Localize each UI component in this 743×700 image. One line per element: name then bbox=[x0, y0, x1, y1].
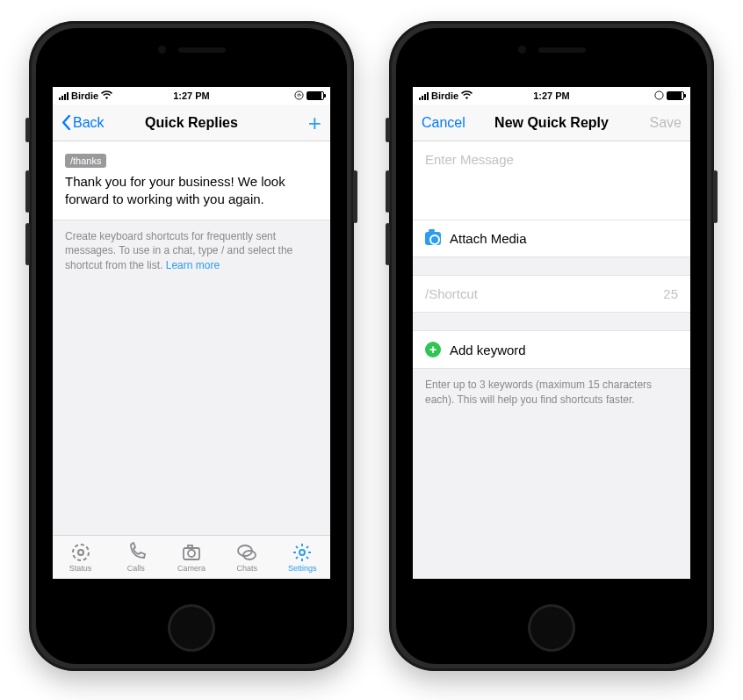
phone-left: Birdie 1:27 PM Back Quick Replies + bbox=[29, 21, 354, 671]
status-bar: Birdie 1:27 PM bbox=[53, 87, 330, 105]
phone-right: Birdie 1:27 PM Cancel New Quick Reply Sa… bbox=[389, 21, 714, 671]
tab-bar: Status Calls Camera Chats Settings bbox=[53, 535, 330, 579]
shortcut-input[interactable]: /Shortcut 25 bbox=[413, 275, 690, 313]
shortcut-limit: 25 bbox=[663, 286, 678, 301]
add-icon: + bbox=[425, 342, 441, 357]
navbar: Back Quick Replies + bbox=[53, 105, 330, 141]
status-bar: Birdie 1:27 PM bbox=[413, 87, 690, 105]
navbar: Cancel New Quick Reply Save bbox=[413, 105, 690, 141]
signal-icon bbox=[419, 92, 429, 100]
keyword-hint: Enter up to 3 keywords (maximum 15 chara… bbox=[413, 369, 690, 416]
battery-icon bbox=[667, 91, 684, 100]
plus-icon: + bbox=[308, 112, 321, 134]
shortcut-placeholder: /Shortcut bbox=[425, 286, 478, 301]
tab-camera[interactable]: Camera bbox=[163, 542, 219, 573]
add-button[interactable]: + bbox=[308, 112, 321, 134]
back-label: Back bbox=[73, 115, 105, 131]
attach-label: Attach Media bbox=[450, 231, 527, 246]
camera-icon bbox=[425, 232, 441, 245]
save-button[interactable]: Save bbox=[650, 115, 682, 131]
add-keyword-label: Add keyword bbox=[450, 343, 526, 357]
carrier-label: Birdie bbox=[71, 90, 98, 101]
carrier-label: Birdie bbox=[431, 90, 458, 101]
svg-rect-5 bbox=[188, 545, 192, 548]
attach-media-row[interactable]: Attach Media bbox=[413, 220, 690, 257]
svg-point-1 bbox=[73, 545, 89, 560]
tab-chats[interactable]: Chats bbox=[220, 542, 275, 573]
quick-reply-item[interactable]: /thanks Thank you for your business! We … bbox=[53, 141, 330, 220]
message-input[interactable]: Enter Message bbox=[413, 141, 690, 220]
home-button[interactable] bbox=[168, 604, 215, 652]
gear-icon bbox=[292, 542, 313, 563]
hint-text: Create keyboard shortcuts for frequently… bbox=[53, 220, 330, 282]
add-keyword-row[interactable]: + Add keyword bbox=[413, 330, 690, 369]
tab-calls[interactable]: Calls bbox=[108, 542, 163, 573]
signal-icon bbox=[59, 92, 69, 100]
orientation-lock-icon bbox=[654, 90, 664, 102]
back-button[interactable]: Back bbox=[61, 115, 105, 131]
shortcut-badge: /thanks bbox=[65, 154, 106, 168]
phone-icon bbox=[126, 542, 147, 563]
camera-icon bbox=[181, 542, 202, 563]
svg-point-4 bbox=[188, 550, 195, 557]
message-placeholder: Enter Message bbox=[425, 152, 514, 167]
svg-point-8 bbox=[299, 550, 305, 555]
svg-point-9 bbox=[655, 90, 663, 98]
wifi-icon bbox=[101, 90, 112, 101]
svg-point-2 bbox=[78, 550, 83, 555]
battery-icon bbox=[307, 91, 324, 100]
tab-status[interactable]: Status bbox=[53, 542, 108, 573]
home-button[interactable] bbox=[528, 604, 575, 652]
cancel-button[interactable]: Cancel bbox=[422, 115, 465, 131]
status-ring-icon bbox=[70, 542, 91, 563]
wifi-icon bbox=[461, 90, 472, 101]
reply-text: Thank you for your business! We look for… bbox=[65, 173, 318, 209]
tab-settings[interactable]: Settings bbox=[275, 542, 330, 573]
chevron-left-icon bbox=[61, 115, 71, 130]
learn-more-link[interactable]: Learn more bbox=[166, 259, 220, 271]
svg-point-0 bbox=[295, 90, 303, 98]
chats-icon bbox=[236, 542, 257, 563]
orientation-lock-icon bbox=[294, 90, 304, 102]
